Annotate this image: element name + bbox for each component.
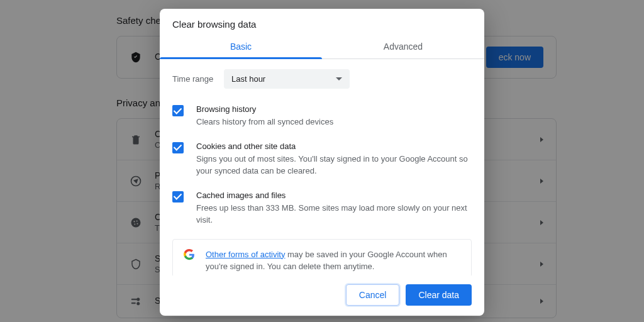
other-activity-link[interactable]: Other forms of activity [206,250,285,259]
option-cookies[interactable]: Cookies and other site data Signs you ou… [172,137,472,186]
google-account-text: Other forms of activity may be saved in … [206,248,461,273]
time-range-label: Time range [172,74,224,84]
tab-advanced[interactable]: Advanced [322,37,484,58]
checkbox-cookies[interactable] [172,142,184,153]
google-account-info: Other forms of activity may be saved in … [172,239,472,276]
checkbox-cache[interactable] [172,191,184,203]
tab-basic[interactable]: Basic [160,37,322,58]
checkbox-browsing-history[interactable] [172,105,184,116]
cancel-button[interactable]: Cancel [346,284,400,306]
dialog-body[interactable]: Time range Last hour Browsing history Cl… [160,59,484,275]
google-icon [183,248,196,261]
option-cache[interactable]: Cached images and files Frees up less th… [172,186,472,235]
option-browsing-history[interactable]: Browsing history Clears history from all… [172,100,472,137]
dialog-title: Clear browsing data [160,9,484,37]
time-range-select[interactable]: Last hour [224,69,350,89]
dialog-tabs: Basic Advanced [160,37,484,59]
clear-data-button[interactable]: Clear data [406,284,472,306]
time-range-value: Last hour [231,74,265,84]
clear-browsing-data-dialog: Clear browsing data Basic Advanced Time … [160,9,484,316]
dialog-footer: Cancel Clear data [160,275,484,316]
caret-down-icon [336,77,342,80]
